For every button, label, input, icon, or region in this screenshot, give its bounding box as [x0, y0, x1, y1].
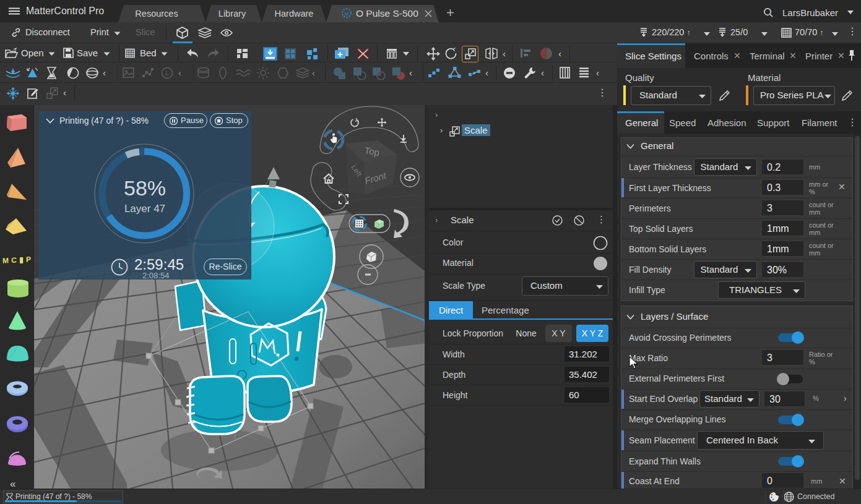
- svg-text:MC▮P: MC▮P: [2, 255, 31, 265]
- svg-text:Hardware: Hardware: [275, 9, 314, 19]
- svg-text:Resources: Resources: [135, 9, 178, 19]
- svg-text:O Pulse S-500: O Pulse S-500: [356, 8, 418, 19]
- svg-text:«: «: [10, 478, 15, 489]
- svg-text:M: M: [345, 11, 349, 17]
- svg-text:L: L: [165, 69, 169, 77]
- svg-text:Library: Library: [218, 9, 246, 19]
